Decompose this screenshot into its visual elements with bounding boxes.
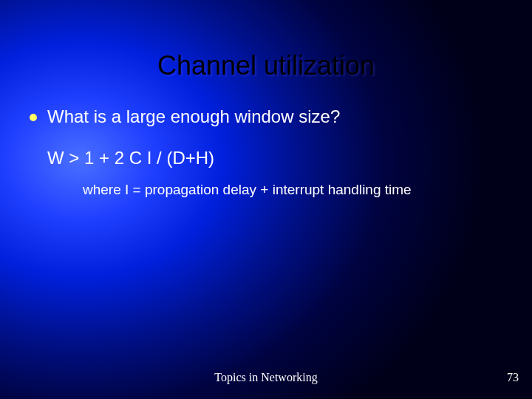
- slide-content: What is a large enough window size? W > …: [30, 106, 502, 198]
- footer-topic: Topics in Networking: [0, 371, 532, 384]
- formula-text: W > 1 + 2 C I / (D+H): [47, 148, 502, 168]
- bullet-icon: [30, 114, 37, 121]
- bullet-text: What is a large enough window size?: [47, 106, 340, 127]
- formula-note: where I = propagation delay + interrupt …: [83, 182, 502, 198]
- bullet-item: What is a large enough window size?: [30, 106, 502, 127]
- page-number: 73: [507, 371, 519, 384]
- slide-title: Channel utilization: [0, 50, 532, 81]
- slide: Channel utilization What is a large enou…: [0, 0, 532, 399]
